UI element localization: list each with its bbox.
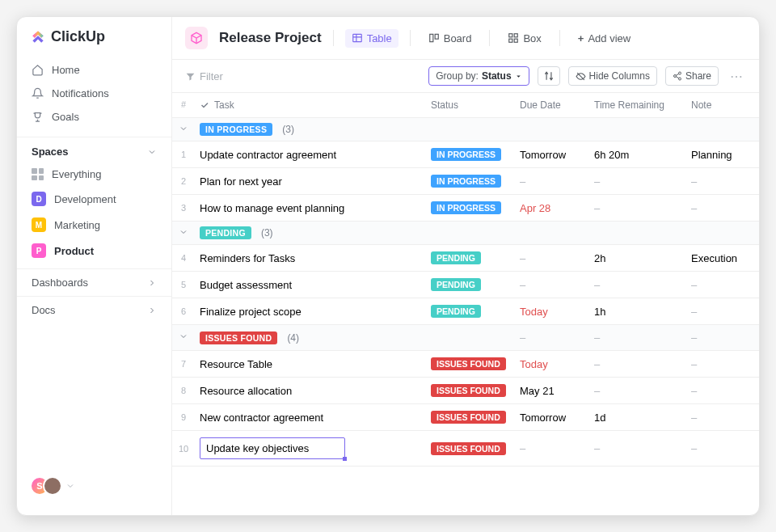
sidebar-space-marketing[interactable]: MMarketing [17,212,171,238]
table-row[interactable]: 3 How to manage event planning IN PROGRE… [172,195,759,222]
cell-due-date[interactable]: Tomorrow [515,405,589,430]
task-name[interactable]: Resource allocation [200,385,292,397]
task-name[interactable]: Finalize project scope [200,306,302,318]
table-row[interactable]: 10 Update key objectives ISSUES FOUND – … [172,431,759,467]
cell-time-remaining[interactable]: – [589,378,686,403]
table-row[interactable]: 8 Resource allocation ISSUES FOUND May 2… [172,378,759,404]
avatar-user2 [43,476,62,496]
add-view-button[interactable]: + Add view [571,29,637,48]
cell-time-remaining[interactable]: – [589,436,686,461]
task-name[interactable]: Budget assessment [200,279,292,291]
status-badge[interactable]: PENDING [431,251,481,264]
project-icon[interactable] [185,27,208,49]
view-table[interactable]: Table [345,29,399,48]
nav-notifications[interactable]: Notifications [17,82,171,105]
task-name[interactable]: Update contractor agreement [200,149,336,161]
chevron-down-icon [179,227,188,237]
more-button[interactable]: ⋯ [727,69,746,84]
cell-note[interactable]: – [686,196,759,221]
cell-due-date[interactable]: Tomorrow [515,142,589,167]
group-header-row[interactable]: ISSUES FOUND(4)––– [172,325,759,351]
cell-time-remaining[interactable]: 1h [589,299,686,324]
view-board[interactable]: Board [422,29,479,48]
table-row[interactable]: 2 Plan for next year IN PROGRESS – – – [172,168,759,195]
table-row[interactable]: 7 Resource Table ISSUES FOUND Today – – [172,351,759,378]
view-box[interactable]: Box [501,29,547,48]
status-badge[interactable]: ISSUES FOUND [431,411,506,424]
table-row[interactable]: 9 New contractor agreement ISSUES FOUND … [172,404,759,431]
cell-note[interactable]: – [686,378,759,403]
logo[interactable]: ClickUp [17,28,171,55]
cell-time-remaining[interactable]: 6h 20m [589,142,686,167]
nav-goals[interactable]: Goals [17,105,171,129]
task-name-cell-selected[interactable]: Update key objectives [200,437,345,459]
group-collapse-toggle[interactable] [172,227,195,239]
col-header-task[interactable]: Task [195,93,426,117]
cell-time-remaining[interactable]: – [589,196,686,221]
cell-due-date[interactable]: Today [515,299,589,324]
group-collapse-toggle[interactable] [172,331,195,344]
sidebar-docs[interactable]: Docs [17,296,171,323]
nav-home[interactable]: Home [17,58,171,82]
table-row[interactable]: 1 Update contractor agreement IN PROGRES… [172,141,759,168]
share-button[interactable]: Share [665,66,719,86]
cell-time-remaining[interactable]: 1d [589,405,686,430]
status-badge[interactable]: PENDING [431,305,481,318]
group-status-badge: IN PROGRESS [200,123,272,136]
cell-note[interactable]: Execution [686,246,759,271]
col-header-status[interactable]: Status [426,93,515,117]
cell-due-date[interactable]: – [515,272,589,298]
cell-due-date[interactable]: May 21 [515,378,589,403]
cell-due-date[interactable]: – [515,246,589,271]
group-by-dropdown[interactable]: Group by: Status [428,66,529,86]
cell-time-remaining[interactable]: – [589,272,686,298]
status-badge[interactable]: IN PROGRESS [431,175,501,188]
cell-due-date[interactable]: Today [515,352,589,377]
group-header-row[interactable]: IN PROGRESS(3) [172,118,759,141]
task-name[interactable]: New contractor agreement [200,412,323,424]
status-badge[interactable]: IN PROGRESS [431,201,501,214]
col-header-note[interactable]: Note [686,93,759,117]
cell-time-remaining[interactable]: 2h [589,246,686,271]
hide-columns-button[interactable]: Hide Columns [568,66,657,86]
sort-button[interactable] [538,66,560,86]
cell-due-date[interactable]: Apr 28 [515,196,589,221]
status-badge[interactable]: ISSUES FOUND [431,384,506,397]
task-name[interactable]: Reminders for Tasks [200,252,295,264]
avatar-row[interactable]: S [17,468,171,504]
sidebar-everything[interactable]: Everything [17,163,171,186]
task-name[interactable]: How to manage event planning [200,202,344,214]
cell-note[interactable]: – [686,405,759,430]
view-label: Board [444,32,472,44]
status-badge[interactable]: IN PROGRESS [431,148,501,161]
cell-time-remaining[interactable]: – [589,352,686,377]
cell-note[interactable]: Planning [686,142,759,167]
cell-due-date[interactable]: – [515,169,589,194]
status-badge[interactable]: ISSUES FOUND [431,442,506,455]
cell-due-date[interactable]: – [515,436,589,461]
status-badge[interactable]: ISSUES FOUND [431,357,506,370]
task-name[interactable]: Resource Table [200,358,272,370]
group-collapse-toggle[interactable] [172,124,195,136]
group-header-row[interactable]: PENDING(3) [172,222,759,245]
cell-note[interactable]: – [686,169,759,194]
filter-button[interactable]: Filter [185,70,223,82]
cell-note[interactable]: – [686,436,759,461]
sidebar-space-development[interactable]: DDevelopment [17,186,171,212]
table-row[interactable]: 4 Reminders for Tasks PENDING – 2h Execu… [172,245,759,272]
table-row[interactable]: 6 Finalize project scope PENDING Today 1… [172,298,759,325]
table-row[interactable]: 5 Budget assessment PENDING – – – [172,272,759,298]
sidebar-space-product[interactable]: PProduct [17,238,171,264]
task-name[interactable]: Plan for next year [200,175,282,188]
col-header-due[interactable]: Due Date [515,93,589,117]
bell-icon [32,87,44,99]
col-header-num[interactable]: # [172,93,195,117]
cell-note[interactable]: – [686,272,759,298]
cell-time-remaining[interactable]: – [589,169,686,194]
spaces-header[interactable]: Spaces [17,137,171,163]
col-header-time[interactable]: Time Remaining [589,93,686,117]
status-badge[interactable]: PENDING [431,278,481,291]
sidebar-dashboards[interactable]: Dashboards [17,268,171,296]
cell-note[interactable]: – [686,299,759,324]
cell-note[interactable]: – [686,352,759,377]
